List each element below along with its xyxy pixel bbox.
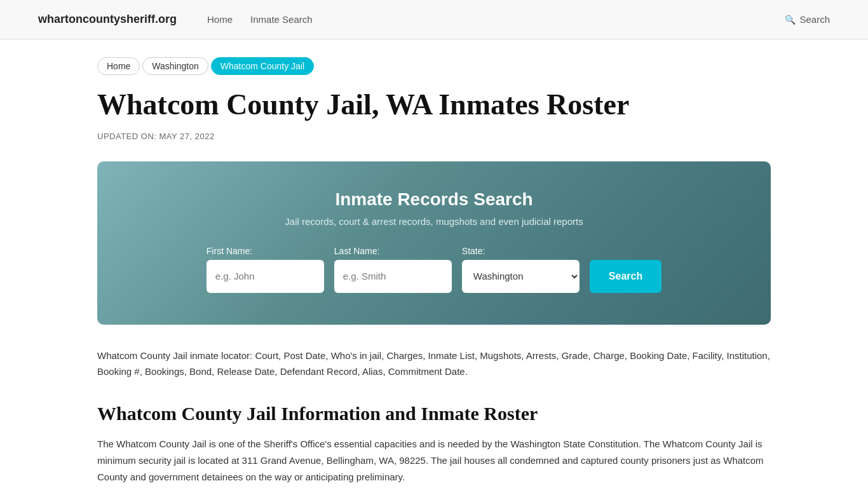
nav-links: Home Inmate Search	[207, 14, 764, 25]
search-card-subtitle: Jail records, court & arrest records, mu…	[123, 216, 745, 227]
search-card: Inmate Records Search Jail records, cour…	[97, 161, 771, 325]
page-title: Whatcom County Jail, WA Inmates Roster	[97, 89, 771, 121]
breadcrumb: Home Washington Whatcom County Jail	[97, 57, 771, 75]
breadcrumb-home[interactable]: Home	[97, 57, 140, 75]
main-content: Home Washington Whatcom County Jail What…	[72, 39, 796, 488]
first-name-label: First Name:	[207, 246, 252, 256]
first-name-group: First Name:	[207, 246, 324, 293]
state-label: State:	[462, 246, 485, 256]
breadcrumb-whatcom[interactable]: Whatcom County Jail	[211, 57, 314, 75]
breadcrumb-washington[interactable]: Washington	[142, 57, 208, 75]
search-card-title: Inmate Records Search	[123, 189, 745, 210]
site-brand[interactable]: whartoncountysheriff.org	[38, 13, 177, 26]
state-group: State: AlabamaAlaskaArizonaArkansasCalif…	[462, 246, 580, 293]
last-name-input[interactable]	[334, 260, 452, 293]
state-select[interactable]: AlabamaAlaskaArizonaArkansasCaliforniaCo…	[462, 260, 580, 293]
description-text: Whatcom County Jail inmate locator: Cour…	[97, 348, 771, 380]
section-heading: Whatcom County Jail Information and Inma…	[97, 403, 771, 424]
first-name-input[interactable]	[207, 260, 324, 293]
search-button[interactable]: Search	[590, 260, 661, 293]
body-paragraph: The Whatcom County Jail is one of the Sh…	[97, 436, 771, 486]
nav-search-label: Search	[799, 14, 830, 25]
last-name-group: Last Name:	[334, 246, 452, 293]
navbar: whartoncountysheriff.org Home Inmate Sea…	[0, 0, 868, 39]
search-form: First Name: Last Name: State: AlabamaAla…	[123, 246, 745, 293]
updated-on: UPDATED ON: MAY 27, 2022	[97, 132, 771, 141]
last-name-label: Last Name:	[334, 246, 380, 256]
nav-home-link[interactable]: Home	[207, 14, 233, 25]
search-icon: 🔍	[785, 15, 796, 25]
nav-search-button[interactable]: 🔍 Search	[785, 14, 830, 25]
nav-inmate-search-link[interactable]: Inmate Search	[250, 14, 313, 25]
